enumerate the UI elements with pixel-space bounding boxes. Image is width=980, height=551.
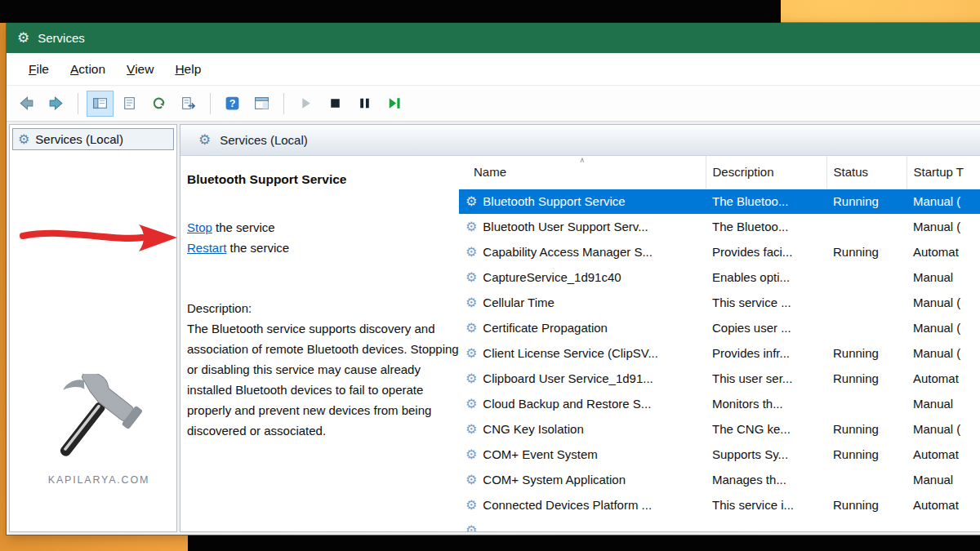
column-header-description[interactable]: Description — [706, 156, 826, 189]
services-gear-icon: ⚙ — [18, 133, 29, 146]
service-gear-icon: ⚙ — [466, 220, 477, 233]
service-description: Description: The Bluetooth service suppo… — [187, 298, 459, 441]
table-row[interactable]: ⚙Bluetooth User Support Serv...The Bluet… — [459, 214, 980, 239]
service-name: Connected Devices Platform ... — [483, 498, 652, 512]
service-name: Cellular Time — [483, 295, 555, 309]
forward-button[interactable] — [42, 91, 69, 117]
pause-service-button[interactable] — [351, 91, 378, 117]
services-gear-icon: ⚙ — [17, 31, 29, 45]
stop-service-text: the service — [212, 220, 275, 234]
stop-service-button[interactable] — [322, 91, 349, 117]
service-name: Cloud Backup and Restore S... — [483, 397, 651, 411]
help-button[interactable]: ? — [219, 91, 246, 117]
services-table-body: ⚙Bluetooth Support ServiceThe Bluetoo...… — [459, 189, 980, 531]
service-gear-icon: ⚙ — [466, 195, 477, 208]
services-table-header-row: Name∧DescriptionStatusStartup T — [459, 156, 980, 189]
menu-view[interactable]: View — [116, 56, 164, 82]
service-startup-cell: Automat — [906, 239, 980, 264]
table-row[interactable]: ⚙Clipboard User Service_1d91...This user… — [459, 366, 980, 391]
svg-text:?: ? — [229, 98, 236, 109]
show-action-pane-button[interactable] — [248, 91, 275, 117]
menu-action[interactable]: Action — [60, 56, 116, 82]
service-gear-icon: ⚙ — [466, 473, 477, 487]
service-startup-cell: Automat — [906, 492, 980, 518]
service-description-cell: Provides faci... — [706, 239, 826, 264]
service-status-cell — [826, 391, 906, 416]
service-description-cell: Copies user ... — [706, 315, 826, 340]
service-gear-icon: ⚙ — [466, 499, 477, 512]
service-status-cell: Running — [826, 366, 906, 391]
service-status-cell: Running — [826, 442, 906, 467]
service-gear-icon: ⚙ — [466, 398, 477, 411]
service-status-cell: Running — [826, 492, 906, 518]
table-row[interactable]: ⚙Cloud Backup and Restore S...Monitors t… — [459, 391, 980, 416]
watermark-text: KAPILARYA.COM — [38, 474, 160, 486]
table-row[interactable]: ⚙Client License Service (ClipSV...Provid… — [459, 340, 980, 366]
refresh-button[interactable] — [145, 91, 172, 117]
service-startup-cell: Manual — [906, 264, 980, 290]
services-gear-icon: ⚙ — [198, 133, 211, 147]
service-description-cell: The Bluetoo... — [706, 214, 826, 239]
restart-service-link[interactable]: Restart — [187, 241, 226, 255]
service-gear-icon: ⚙ — [466, 423, 477, 436]
service-status-cell — [826, 214, 906, 239]
table-row[interactable]: ⚙COM+ Event SystemSupports Sy...RunningA… — [459, 442, 980, 467]
table-row[interactable]: ⚙Bluetooth Support ServiceThe Bluetoo...… — [459, 189, 980, 214]
column-header-status[interactable]: Status — [826, 156, 906, 189]
extended-info-pane: Bluetooth Support Service Stop the servi… — [180, 156, 459, 531]
service-status-cell — [826, 315, 906, 340]
menu-file[interactable]: File — [18, 56, 60, 82]
title-bar[interactable]: ⚙ Services — [7, 23, 980, 53]
start-service-button[interactable] — [292, 91, 319, 117]
service-startup-cell: Manual ( — [906, 214, 980, 239]
service-gear-icon: ⚙ — [466, 322, 477, 335]
stop-service-line: Stop the service — [187, 217, 452, 238]
export-list-button[interactable] — [175, 91, 202, 117]
service-description-cell: The CNG ke... — [706, 416, 826, 442]
menu-bar: FileActionViewHelp — [7, 53, 980, 86]
service-gear-icon: ⚙ — [466, 271, 477, 284]
properties-button[interactable] — [116, 91, 143, 117]
service-startup-cell: Manual — [906, 391, 980, 416]
restart-service-text: the service — [226, 241, 289, 255]
table-row[interactable]: ⚙COM+ System ApplicationManages th...Man… — [459, 467, 980, 492]
service-startup-cell: Manual ( — [906, 290, 980, 315]
service-startup-cell — [906, 518, 980, 531]
service-startup-cell: Manual ( — [906, 340, 980, 366]
service-description-cell: This user ser... — [706, 366, 826, 391]
main-body: Bluetooth Support Service Stop the servi… — [180, 156, 980, 531]
service-description-cell: Manages th... — [706, 467, 826, 492]
service-status-cell: Running — [826, 340, 906, 366]
column-header-name[interactable]: Name∧ — [459, 156, 706, 189]
main-header-label: Services (Local) — [220, 133, 308, 147]
service-description-cell: Enables opti... — [706, 264, 826, 290]
tree-item-services-local[interactable]: ⚙ Services (Local) — [12, 128, 174, 150]
table-row[interactable]: ⚙ — [459, 518, 980, 531]
restart-service-button[interactable] — [381, 91, 408, 117]
table-row[interactable]: ⚙CNG Key IsolationThe CNG ke...RunningMa… — [459, 416, 980, 442]
desktop-dark-strip-top — [0, 0, 781, 23]
stop-service-link[interactable]: Stop — [187, 220, 212, 234]
table-row[interactable]: ⚙CaptureService_1d91c40Enables opti...Ma… — [459, 264, 980, 290]
service-gear-icon: ⚙ — [466, 524, 477, 532]
service-gear-icon: ⚙ — [466, 448, 477, 461]
service-name: Certificate Propagation — [483, 321, 608, 335]
table-row[interactable]: ⚙Certificate PropagationCopies user ...M… — [459, 315, 980, 340]
service-description-cell: The Bluetoo... — [706, 189, 826, 214]
services-list-pane: Name∧DescriptionStatusStartup T ⚙Bluetoo… — [459, 156, 980, 531]
services-table: Name∧DescriptionStatusStartup T ⚙Bluetoo… — [459, 156, 980, 531]
service-name: Clipboard User Service_1d91... — [483, 371, 653, 385]
show-console-tree-button[interactable] — [87, 91, 114, 117]
service-status-cell — [826, 467, 906, 492]
column-header-label: Name — [474, 165, 506, 179]
service-startup-cell: Automat — [906, 442, 980, 467]
table-row[interactable]: ⚙Cellular TimeThis service ...Manual ( — [459, 290, 980, 315]
table-row[interactable]: ⚙Connected Devices Platform ...This serv… — [459, 492, 980, 518]
menu-help[interactable]: Help — [164, 56, 212, 82]
service-name: Bluetooth Support Service — [483, 194, 625, 208]
service-gear-icon: ⚙ — [466, 246, 477, 259]
column-header-label: Status — [834, 165, 869, 179]
column-header-startup-t[interactable]: Startup T — [906, 156, 980, 189]
table-row[interactable]: ⚙Capability Access Manager S...Provides … — [459, 239, 980, 264]
back-button[interactable] — [13, 91, 40, 117]
